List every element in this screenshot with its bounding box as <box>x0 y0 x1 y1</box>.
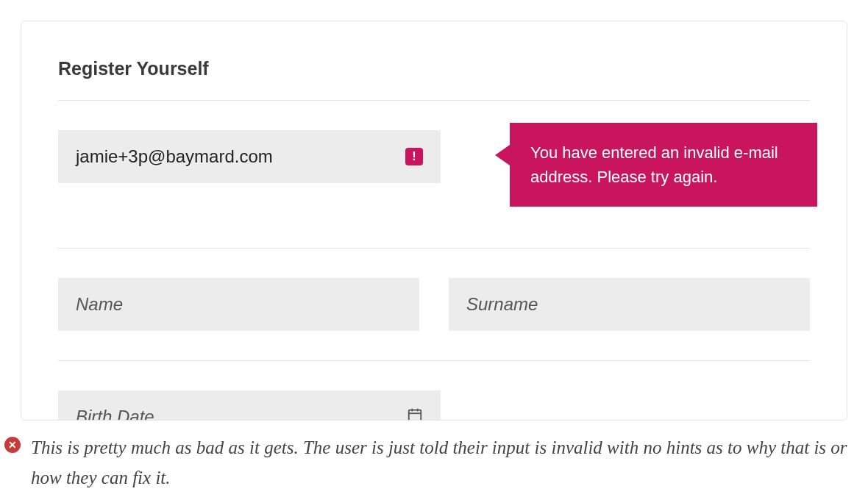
surname-placeholder: Surname <box>466 294 538 315</box>
email-value: jamie+3p@baymard.com <box>76 146 273 167</box>
svg-rect-0 <box>409 410 421 421</box>
error-badge-icon: ! <box>405 148 423 165</box>
name-placeholder: Name <box>76 294 123 315</box>
email-row: jamie+3p@baymard.com ! You have entered … <box>58 101 810 248</box>
error-tooltip-text: You have entered an invalid e-mail addre… <box>530 143 778 186</box>
birth-field[interactable]: Birth Date <box>58 390 441 421</box>
birth-placeholder: Birth Date <box>76 407 154 421</box>
form-card: Register Yourself jamie+3p@baymard.com !… <box>21 21 847 421</box>
calendar-icon <box>407 407 423 421</box>
caption-text: This is pretty much as bad as it gets. T… <box>31 432 847 493</box>
caption-error-icon: ✕ <box>4 437 21 453</box>
birth-row: Birth Date <box>58 361 810 421</box>
caption: ✕ This is pretty much as bad as it gets.… <box>0 421 868 493</box>
name-row: Name Surname <box>58 249 810 360</box>
email-field[interactable]: jamie+3p@baymard.com ! <box>58 130 441 183</box>
form-title: Register Yourself <box>58 58 810 79</box>
name-field[interactable]: Name <box>58 278 419 331</box>
surname-field[interactable]: Surname <box>449 278 810 331</box>
error-tooltip: You have entered an invalid e-mail addre… <box>510 123 817 207</box>
